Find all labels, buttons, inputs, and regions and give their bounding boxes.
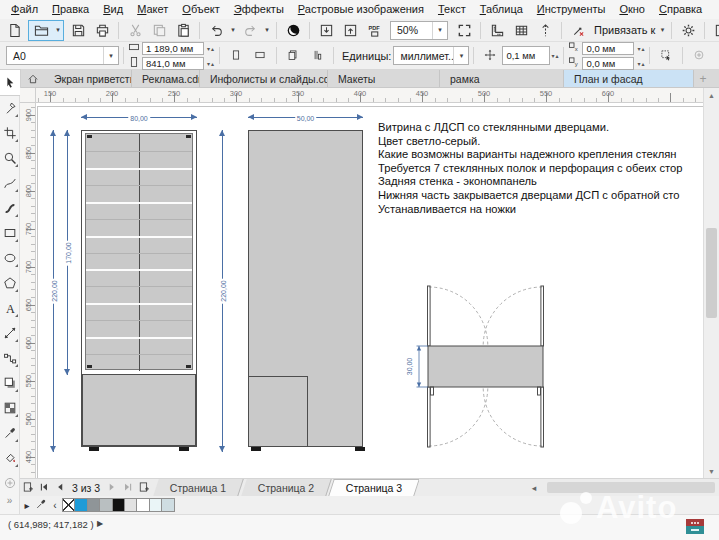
new-document-tab-button[interactable]: +: [694, 70, 712, 87]
add-page-after-button[interactable]: [136, 479, 152, 496]
annotation-text-block[interactable]: Витрина с ЛДСП со стеклянными дверцами.Ц…: [378, 121, 703, 216]
nudge-distance-field[interactable]: 0,1 мм: [502, 46, 550, 65]
current-page-button[interactable]: [305, 45, 329, 66]
spinner-buttons[interactable]: ▾▴: [207, 45, 215, 52]
vertical-ruler[interactable]: 900850800750700650600550500450: [20, 103, 36, 478]
page-size-preset-select[interactable]: A0 ▾: [6, 46, 119, 65]
menu-item[interactable]: Эффекты: [227, 1, 291, 18]
menu-item[interactable]: Объект: [175, 1, 226, 18]
palette-eyedropper-icon[interactable]: [34, 498, 48, 512]
bottom-panel-section[interactable]: [82, 374, 196, 446]
scroll-left-button[interactable]: ◂: [527, 479, 541, 496]
horizontal-scrollbar[interactable]: ◂: [419, 479, 719, 496]
swatch-white[interactable]: [136, 498, 149, 512]
polygon-tool[interactable]: [0, 270, 20, 295]
zoom-level-select[interactable]: 50%▾: [390, 21, 448, 40]
zoom-tool[interactable]: [0, 145, 20, 170]
menu-item[interactable]: Окно: [612, 1, 652, 18]
plan-view-drawing[interactable]: 30,00: [406, 283, 552, 455]
swatch-pale-cyan[interactable]: [149, 498, 162, 512]
page-height-field[interactable]: 841,0 мм: [142, 57, 204, 70]
corel-ball-button[interactable]: [281, 20, 305, 41]
vertical-scrollbar[interactable]: ▲ ▼: [703, 88, 719, 478]
scroll-up-button[interactable]: ▲: [704, 88, 719, 102]
mesh-fill-tool[interactable]: [0, 395, 20, 420]
menu-item[interactable]: Вид: [96, 1, 130, 18]
duplicate-y-field[interactable]: 0,0 мм: [582, 57, 634, 70]
undo-button[interactable]: [204, 20, 228, 41]
previous-page-button[interactable]: [52, 479, 68, 496]
chevron-down-icon[interactable]: ▾: [262, 26, 272, 34]
shape-tool[interactable]: [0, 95, 20, 120]
doc-tab-3[interactable]: Инфолисты и слайды.cdr*: [200, 70, 328, 87]
paste-button[interactable]: [171, 20, 195, 41]
menu-item[interactable]: Правка: [45, 1, 96, 18]
menu-item[interactable]: Справка: [652, 1, 709, 18]
swatch-blue-gray[interactable]: [161, 498, 174, 512]
last-page-button[interactable]: [120, 479, 136, 496]
front-elevation-cabinet[interactable]: [81, 130, 197, 447]
snap-off-button[interactable]: [566, 20, 590, 41]
spinner-buttons[interactable]: ▾▴: [637, 60, 645, 67]
swatch-light-gray[interactable]: [99, 498, 112, 512]
spinner-buttons[interactable]: ▾▴: [637, 45, 645, 52]
view-rulers-button[interactable]: [485, 20, 509, 41]
menu-item[interactable]: Растровые изображения: [291, 1, 431, 18]
taskbar-app-icon[interactable]: [686, 519, 704, 534]
swatch-gray[interactable]: [87, 498, 100, 512]
doc-tab-2[interactable]: Реклама.cdr: [132, 70, 200, 87]
ruler-origin-corner[interactable]: [20, 88, 36, 103]
portrait-orientation-button[interactable]: [224, 45, 248, 66]
page-tab[interactable]: Страница 3: [328, 479, 420, 496]
more-tools-button[interactable]: »: [0, 495, 19, 513]
landscape-orientation-button[interactable]: [248, 45, 272, 66]
full-screen-preview-button[interactable]: [452, 20, 476, 41]
options-gear-button[interactable]: [676, 20, 700, 41]
chevron-down-icon[interactable]: ▾: [453, 47, 468, 64]
plus-disabled[interactable]: [0, 470, 20, 495]
export-button[interactable]: [338, 20, 362, 41]
menu-item[interactable]: Таблица: [473, 1, 530, 18]
connector-tool[interactable]: [0, 345, 20, 370]
doc-tab-4[interactable]: Макеты: [328, 70, 440, 87]
side-height-dimension[interactable]: 220,00: [222, 130, 223, 452]
ellipse-tool[interactable]: [0, 245, 20, 270]
palette-start-arrow-icon[interactable]: ▸: [20, 500, 34, 511]
treat-as-filled-button[interactable]: [654, 45, 678, 66]
front-height-dimension[interactable]: 220,00: [53, 130, 54, 452]
chevron-down-icon[interactable]: ▾: [53, 26, 63, 34]
status-expand-arrow[interactable]: ▶: [97, 519, 103, 528]
doc-tab-1[interactable]: Экран приветствия: [44, 70, 132, 87]
rectangle-tool[interactable]: [0, 220, 20, 245]
smart-fill-tool[interactable]: [0, 445, 20, 470]
view-grid-button[interactable]: [509, 20, 533, 41]
pick-tool[interactable]: [0, 70, 20, 95]
drawing-canvas[interactable]: Витрина с ЛДСП со стеклянными дверцами.Ц…: [36, 103, 703, 478]
glass-doors-section[interactable]: [85, 133, 193, 370]
spinner-buttons[interactable]: ▾▴: [207, 60, 215, 67]
pdf-button[interactable]: PDF: [362, 20, 386, 41]
save-button[interactable]: [66, 20, 90, 41]
chevron-down-icon[interactable]: ▾: [657, 26, 667, 34]
dimension-tool[interactable]: [0, 320, 20, 345]
duplicate-x-field[interactable]: 0,0 мм: [582, 42, 634, 55]
swatch-cyan-blue[interactable]: [74, 498, 87, 512]
page-tab[interactable]: Страница 2: [241, 479, 332, 496]
spinner-buttons[interactable]: ▾▴: [551, 52, 559, 59]
eyedropper-tool[interactable]: [0, 420, 20, 445]
artistic-media-tool[interactable]: [0, 195, 20, 220]
freehand-tool[interactable]: [0, 170, 20, 195]
drop-shadow-tool[interactable]: [0, 370, 20, 395]
side-elevation-cabinet[interactable]: [248, 130, 363, 447]
next-page-button[interactable]: [104, 479, 120, 496]
new-document-button[interactable]: [2, 20, 26, 41]
print-button[interactable]: [90, 20, 114, 41]
swatch-black[interactable]: [112, 498, 125, 512]
open-button-group[interactable]: ▾: [28, 20, 64, 41]
launcher-button[interactable]: [709, 20, 719, 41]
horizontal-scroll-thumb[interactable]: [547, 482, 715, 493]
text-tool[interactable]: A: [0, 295, 20, 320]
side-width-dimension[interactable]: 50,00: [248, 117, 363, 118]
menu-item[interactable]: Инструменты: [530, 1, 613, 18]
page-tab[interactable]: Страница 1: [153, 479, 244, 496]
